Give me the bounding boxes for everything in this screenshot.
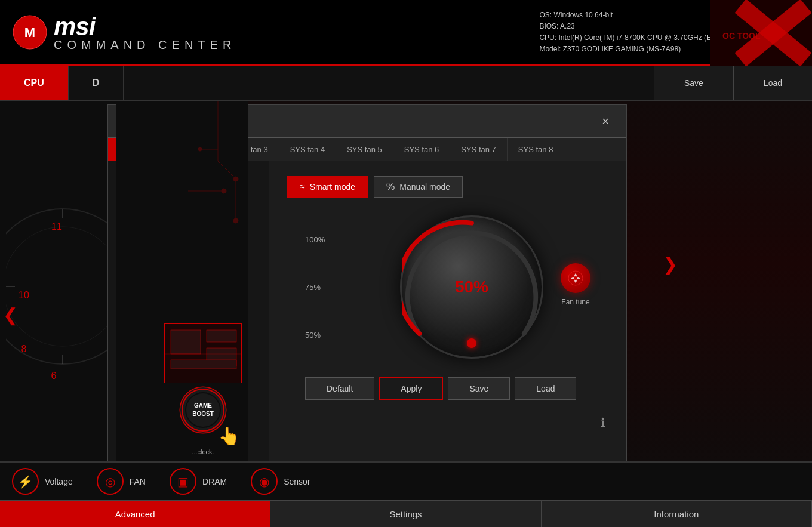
fan-controls-panel: ≈ Smart mode % Manual mode 100% 75% 50%: [269, 161, 626, 489]
next-panel-button[interactable]: ❯: [663, 253, 678, 274]
svg-text:BOOST: BOOST: [192, 411, 214, 417]
advanced-button[interactable]: Advanced: [0, 500, 270, 527]
dram-circle-icon: ▣: [170, 468, 196, 495]
model-info: Model: Z370 GODLIKE GAMING (MS-7A98): [539, 44, 718, 55]
nav-tab-cpu[interactable]: CPU: [0, 66, 69, 100]
svg-text:10: 10: [19, 290, 29, 300]
manual-mode-icon: %: [386, 181, 395, 192]
header: M msi COMMAND CENTER OS: Windows 10 64-b…: [0, 0, 812, 66]
os-info: OS: Windows 10 64-bit: [539, 10, 718, 21]
knob-label-100: 100%: [305, 235, 325, 244]
fan-tune-button[interactable]: [561, 263, 590, 293]
nav-tabs: CPU D Save Load: [0, 66, 812, 101]
fan-circle-icon: ◎: [97, 468, 124, 495]
logo-text-area: msi COMMAND CENTER: [54, 13, 236, 52]
logo-area: M msi COMMAND CENTER: [12, 13, 236, 52]
knob-area: 100% 75% 50%: [287, 215, 608, 359]
smart-mode-button[interactable]: ≈ Smart mode: [287, 176, 368, 198]
svg-point-28: [198, 147, 202, 151]
fan-tab-8[interactable]: SYS fan 8: [508, 138, 565, 161]
dram-label: DRAM: [202, 477, 227, 486]
dram-icon-item[interactable]: ▣ DRAM: [170, 468, 227, 495]
svg-point-24: [233, 218, 238, 223]
circuit-decoration: [128, 101, 248, 340]
mode-buttons: ≈ Smart mode % Manual mode: [287, 176, 608, 198]
svg-rect-30: [171, 330, 201, 354]
default-button[interactable]: Default: [305, 377, 374, 400]
settings-button[interactable]: Settings: [270, 500, 541, 527]
load-button[interactable]: Load: [733, 66, 812, 100]
game-boost-area: GAME BOOST 👆 ...clock.: [164, 323, 242, 455]
msi-dragon-icon: M: [12, 14, 48, 50]
knob-value-display: 50%: [455, 278, 488, 297]
fan-load-button[interactable]: Load: [515, 377, 576, 400]
app-logo-subtitle: COMMAND CENTER: [54, 38, 236, 52]
fan-icon-label: FAN: [130, 477, 146, 486]
svg-text:M: M: [24, 25, 35, 40]
fan-tab-7[interactable]: SYS fan 7: [450, 138, 508, 161]
modal-close-button[interactable]: ×: [596, 112, 614, 130]
svg-text:👆: 👆: [218, 426, 239, 445]
bottom-icons: ⚡ Voltage ◎ FAN ▣ DRAM ◉ Sensor: [0, 463, 812, 500]
voltage-circle-icon: ⚡: [12, 468, 39, 495]
svg-point-26: [222, 189, 226, 193]
cpu-info: CPU: Intel(R) Core(TM) i7-8700K CPU @ 3.…: [539, 32, 718, 44]
information-button[interactable]: Information: [542, 500, 812, 527]
svg-text:6: 6: [51, 371, 57, 381]
bios-info: BIOS: A.23: [539, 21, 718, 32]
fan-tune-area: Fan tune: [561, 263, 590, 306]
svg-text:GAME: GAME: [194, 402, 212, 409]
game-boost-button[interactable]: GAME BOOST 👆: [179, 386, 227, 436]
nav-right-buttons: Save Load: [654, 66, 812, 100]
msi-brand-logo: OC TOOL: [710, 0, 812, 66]
info-icon[interactable]: ℹ: [601, 415, 605, 430]
svg-text:8: 8: [21, 344, 27, 354]
motherboard-thumbnail: [164, 323, 242, 383]
fan-tune-label: Fan tune: [561, 298, 589, 306]
sensor-circle-icon: ◉: [251, 468, 278, 495]
manual-mode-label: Manual mode: [399, 182, 450, 192]
fan-speed-knob[interactable]: 50%: [400, 215, 543, 359]
voltage-icon-item[interactable]: ⚡ Voltage: [12, 468, 73, 495]
svg-point-19: [574, 276, 577, 280]
svg-point-7: [6, 227, 116, 346]
prev-panel-button[interactable]: ❮: [3, 304, 18, 325]
bottom-buttons: Advanced Settings Information: [0, 500, 812, 527]
svg-line-21: [218, 161, 236, 179]
knob-indicator-dot: [467, 338, 476, 348]
svg-rect-31: [207, 330, 236, 342]
cpu-gauge: 11 10 8 6: [6, 131, 116, 444]
boost-description: ...clock.: [192, 448, 214, 455]
save-button[interactable]: Save: [654, 66, 733, 100]
voltage-label: Voltage: [45, 477, 73, 486]
action-buttons: Default Apply Save Load: [287, 365, 608, 412]
apply-button[interactable]: Apply: [379, 377, 443, 400]
knob-background: 50%: [400, 215, 543, 359]
manual-mode-button[interactable]: % Manual mode: [374, 176, 463, 198]
svg-text:11: 11: [51, 221, 62, 232]
smart-mode-icon: ≈: [300, 181, 305, 192]
svg-point-6: [6, 209, 116, 364]
knob-label-50: 50%: [305, 331, 325, 340]
knob-label-75: 75%: [305, 283, 325, 292]
nav-tab-d[interactable]: D: [69, 66, 124, 100]
fan-icon-item[interactable]: ◎ FAN: [97, 468, 146, 495]
sensor-icon-item[interactable]: ◉ Sensor: [251, 468, 310, 495]
svg-rect-33: [171, 360, 236, 369]
svg-text:OC TOOL: OC TOOL: [722, 31, 761, 41]
smart-mode-label: Smart mode: [310, 182, 355, 192]
fan-tab-6[interactable]: SYS fan 6: [393, 138, 451, 161]
bottom-bar: ⚡ Voltage ◎ FAN ▣ DRAM ◉ Sensor Advanced…: [0, 461, 812, 527]
fan-tab-5[interactable]: SYS fan 5: [336, 138, 393, 161]
fan-tab-4[interactable]: SYS fan 4: [279, 138, 337, 161]
sensor-label: Sensor: [284, 477, 310, 486]
app-logo-msi: msi: [54, 13, 236, 41]
fan-save-button[interactable]: Save: [448, 377, 510, 400]
system-info: OS: Windows 10 64-bit BIOS: A.23 CPU: In…: [539, 10, 718, 56]
